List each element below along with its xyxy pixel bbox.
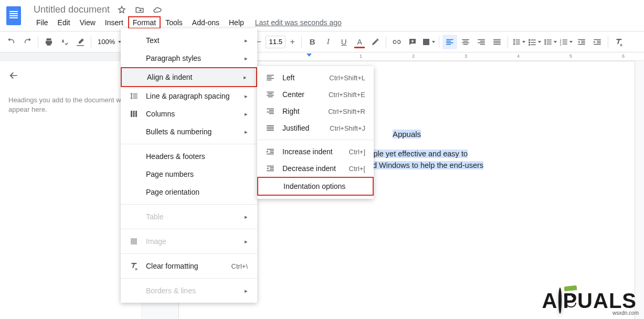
- menu-file[interactable]: File: [31, 16, 53, 29]
- docs-icon: [6, 6, 21, 25]
- fontsize-input[interactable]: 11.5: [266, 36, 286, 48]
- ruler[interactable]: 1 2 3 4 5 6: [0, 52, 644, 61]
- cloud-icon[interactable]: [153, 5, 162, 15]
- redo-button[interactable]: [20, 35, 35, 49]
- decrease-indent-option[interactable]: Decrease indentCtrl+[: [257, 160, 374, 177]
- add-comment-button[interactable]: [405, 35, 420, 49]
- align-center-button[interactable]: [458, 35, 473, 49]
- increase-indent-button[interactable]: [590, 35, 605, 49]
- align-left-option[interactable]: LeftCtrl+Shift+L: [257, 69, 374, 86]
- menu-view[interactable]: View: [75, 16, 100, 29]
- align-justified-option[interactable]: JustifiedCtrl+Shift+J: [257, 120, 374, 136]
- format-columns[interactable]: Columns: [121, 105, 257, 123]
- increase-indent-option[interactable]: Increase indentCtrl+]: [257, 143, 374, 160]
- align-center-option[interactable]: CenterCtrl+Shift+E: [257, 86, 374, 103]
- format-paragraph-styles[interactable]: Paragraph styles: [121, 49, 257, 67]
- highlight-button[interactable]: [368, 35, 383, 49]
- menu-tools[interactable]: Tools: [161, 16, 187, 29]
- indentation-options[interactable]: Indentation options: [257, 177, 374, 196]
- menu-addons[interactable]: Add-ons: [187, 16, 224, 29]
- insert-link-button[interactable]: [389, 35, 404, 49]
- align-right-option[interactable]: RightCtrl+Shift+R: [257, 103, 374, 120]
- menu-help[interactable]: Help: [224, 16, 249, 29]
- format-page-numbers[interactable]: Page numbers: [121, 165, 257, 183]
- bold-button[interactable]: B: [305, 35, 320, 49]
- menu-insert[interactable]: Insert: [100, 16, 128, 29]
- numbered-list-button[interactable]: 123: [558, 35, 573, 49]
- svg-point-0: [545, 39, 546, 40]
- bulleted-list-button[interactable]: [543, 35, 557, 49]
- underline-button[interactable]: U: [336, 35, 351, 49]
- italic-button[interactable]: I: [321, 35, 335, 49]
- menu-format[interactable]: Format: [128, 16, 161, 29]
- svg-point-2: [545, 43, 546, 45]
- align-left-button[interactable]: [442, 35, 457, 49]
- decrease-indent-button[interactable]: [574, 35, 589, 49]
- align-justify-button[interactable]: [490, 35, 504, 49]
- format-line-spacing[interactable]: Line & paragraph spacing: [121, 87, 257, 105]
- app-header: Untitled document File Edit View Insert …: [0, 0, 644, 31]
- undo-button[interactable]: [4, 35, 19, 49]
- format-clear-formatting[interactable]: Clear formattingCtrl+\: [121, 257, 257, 275]
- format-headers-footers[interactable]: Headers & footers: [121, 147, 257, 165]
- zoom-select[interactable]: 100%: [94, 38, 124, 46]
- fontsize-increase[interactable]: +: [287, 36, 298, 48]
- clear-formatting-button[interactable]: [611, 35, 626, 49]
- checklist-button[interactable]: [527, 35, 542, 49]
- format-borders-lines: Borders & lines: [121, 282, 257, 300]
- align-right-button[interactable]: [474, 35, 489, 49]
- print-button[interactable]: [41, 35, 56, 49]
- format-align-indent[interactable]: Align & indent: [121, 67, 257, 87]
- line-spacing-button[interactable]: [511, 35, 526, 49]
- last-edit-link[interactable]: Last edit was seconds ago: [255, 18, 342, 27]
- insert-image-button[interactable]: [421, 35, 436, 49]
- format-image: Image: [121, 232, 257, 250]
- align-indent-submenu: LeftCtrl+Shift+L CenterCtrl+Shift+E Righ…: [257, 66, 374, 199]
- source-watermark: wsxdn.com: [613, 310, 639, 316]
- outline-empty-hint: Headings you add to the document will ap…: [8, 95, 133, 114]
- star-icon[interactable]: [117, 5, 126, 15]
- menu-bar: File Edit View Insert Format Tools Add-o…: [26, 16, 644, 31]
- format-page-orientation[interactable]: Page orientation: [121, 183, 257, 201]
- format-bullets-numbering[interactable]: Bullets & numbering: [121, 123, 257, 141]
- format-table: Table: [121, 208, 257, 226]
- move-icon[interactable]: [135, 5, 144, 15]
- docs-logo[interactable]: [0, 3, 26, 25]
- spellcheck-button[interactable]: [57, 35, 72, 49]
- appuals-watermark-logo: A PUALS: [542, 289, 637, 313]
- svg-text:3: 3: [560, 42, 562, 46]
- format-text[interactable]: Text: [121, 31, 257, 49]
- paint-format-button[interactable]: [73, 35, 88, 49]
- toolbar: 100% − 11.5 + B I U A 123: [0, 31, 644, 52]
- format-menu: Text Paragraph styles Align & indent Lin…: [121, 28, 257, 303]
- svg-point-1: [545, 41, 546, 42]
- text-color-button[interactable]: A: [352, 35, 367, 49]
- menu-edit[interactable]: Edit: [53, 16, 75, 29]
- document-title[interactable]: Untitled document: [34, 4, 110, 15]
- outline-collapse-button[interactable]: [8, 70, 133, 83]
